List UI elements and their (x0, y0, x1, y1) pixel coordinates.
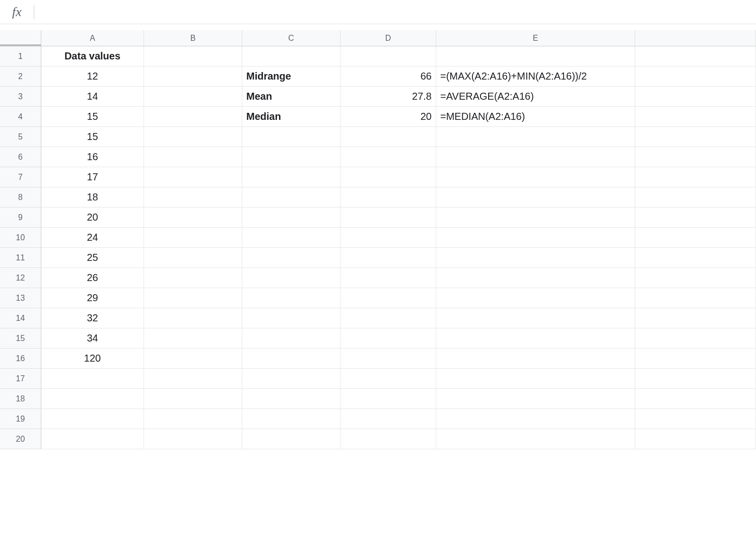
cell-overflow-19[interactable] (635, 409, 756, 429)
select-all-corner[interactable] (0, 30, 41, 46)
cell-D18[interactable] (340, 389, 436, 409)
cell-overflow-15[interactable] (635, 328, 756, 349)
cell-B14[interactable] (144, 308, 242, 328)
cell-C4[interactable]: Median (242, 107, 340, 127)
cell-A14[interactable]: 32 (41, 308, 144, 328)
row-header-13[interactable]: 13 (0, 288, 41, 308)
row-header-10[interactable]: 10 (0, 228, 41, 248)
cell-C13[interactable] (242, 288, 340, 308)
cell-C8[interactable] (242, 187, 340, 208)
cell-E19[interactable] (436, 409, 635, 429)
cell-B13[interactable] (144, 288, 242, 308)
cell-D8[interactable] (340, 187, 436, 208)
cell-overflow-12[interactable] (635, 268, 756, 288)
cell-D3[interactable]: 27.8 (340, 87, 436, 107)
cell-overflow-4[interactable] (635, 107, 756, 127)
cell-C5[interactable] (242, 127, 340, 147)
cell-C19[interactable] (242, 409, 340, 429)
cell-overflow-13[interactable] (635, 288, 756, 308)
cell-A3[interactable]: 14 (41, 87, 144, 107)
cell-B9[interactable] (144, 208, 242, 228)
cell-E1[interactable] (436, 46, 635, 66)
row-header-6[interactable]: 6 (0, 147, 41, 167)
cell-C18[interactable] (242, 389, 340, 409)
cell-E17[interactable] (436, 369, 635, 389)
row-header-1[interactable]: 1 (0, 46, 41, 66)
cell-E3[interactable]: =AVERAGE(A2:A16) (436, 87, 635, 107)
cell-D11[interactable] (340, 248, 436, 268)
cell-B18[interactable] (144, 389, 242, 409)
cell-C12[interactable] (242, 268, 340, 288)
cell-E12[interactable] (436, 268, 635, 288)
cell-B16[interactable] (144, 349, 242, 369)
cell-A1[interactable]: Data values (41, 46, 144, 66)
cell-B11[interactable] (144, 248, 242, 268)
cell-D5[interactable] (340, 127, 436, 147)
cell-D19[interactable] (340, 409, 436, 429)
row-header-7[interactable]: 7 (0, 167, 41, 187)
cell-E11[interactable] (436, 248, 635, 268)
cell-B5[interactable] (144, 127, 242, 147)
cell-D1[interactable] (340, 46, 436, 66)
cell-B17[interactable] (144, 369, 242, 389)
cell-overflow-16[interactable] (635, 349, 756, 369)
cell-overflow-7[interactable] (635, 167, 756, 187)
row-header-11[interactable]: 11 (0, 248, 41, 268)
cell-D10[interactable] (340, 228, 436, 248)
cell-C9[interactable] (242, 208, 340, 228)
cell-D16[interactable] (340, 349, 436, 369)
cell-E2[interactable]: =(MAX(A2:A16)+MIN(A2:A16))/2 (436, 66, 635, 87)
cell-D14[interactable] (340, 308, 436, 328)
cell-B8[interactable] (144, 187, 242, 208)
cell-A9[interactable]: 20 (41, 208, 144, 228)
row-header-16[interactable]: 16 (0, 349, 41, 369)
cell-overflow-2[interactable] (635, 66, 756, 87)
cell-E20[interactable] (436, 429, 635, 449)
cell-E5[interactable] (436, 127, 635, 147)
cell-E18[interactable] (436, 389, 635, 409)
cell-B10[interactable] (144, 228, 242, 248)
cell-C6[interactable] (242, 147, 340, 167)
column-header-E[interactable]: E (436, 30, 635, 46)
row-header-8[interactable]: 8 (0, 187, 41, 208)
cell-E15[interactable] (436, 328, 635, 349)
cell-B20[interactable] (144, 429, 242, 449)
cell-A16[interactable]: 120 (41, 349, 144, 369)
cell-B7[interactable] (144, 167, 242, 187)
row-header-3[interactable]: 3 (0, 87, 41, 107)
row-header-17[interactable]: 17 (0, 369, 41, 389)
cell-B6[interactable] (144, 147, 242, 167)
cell-E8[interactable] (436, 187, 635, 208)
cell-A19[interactable] (41, 409, 144, 429)
cell-D2[interactable]: 66 (340, 66, 436, 87)
cell-C20[interactable] (242, 429, 340, 449)
row-header-20[interactable]: 20 (0, 429, 41, 449)
cell-overflow-5[interactable] (635, 127, 756, 147)
formula-input[interactable] (40, 0, 751, 24)
cell-C17[interactable] (242, 369, 340, 389)
cell-A6[interactable]: 16 (41, 147, 144, 167)
row-header-14[interactable]: 14 (0, 308, 41, 328)
cell-A13[interactable]: 29 (41, 288, 144, 308)
cell-B1[interactable] (144, 46, 242, 66)
cell-overflow-6[interactable] (635, 147, 756, 167)
cell-C10[interactable] (242, 228, 340, 248)
cell-E13[interactable] (436, 288, 635, 308)
row-header-15[interactable]: 15 (0, 328, 41, 349)
row-header-18[interactable]: 18 (0, 389, 41, 409)
cell-C15[interactable] (242, 328, 340, 349)
cell-C14[interactable] (242, 308, 340, 328)
cell-D17[interactable] (340, 369, 436, 389)
column-header-D[interactable]: D (340, 30, 436, 46)
cell-E4[interactable]: =MEDIAN(A2:A16) (436, 107, 635, 127)
cell-D7[interactable] (340, 167, 436, 187)
row-header-19[interactable]: 19 (0, 409, 41, 429)
row-header-4[interactable]: 4 (0, 107, 41, 127)
cell-B12[interactable] (144, 268, 242, 288)
cell-overflow-3[interactable] (635, 87, 756, 107)
cell-E16[interactable] (436, 349, 635, 369)
cell-A4[interactable]: 15 (41, 107, 144, 127)
cell-C11[interactable] (242, 248, 340, 268)
cell-E9[interactable] (436, 208, 635, 228)
cell-E6[interactable] (436, 147, 635, 167)
